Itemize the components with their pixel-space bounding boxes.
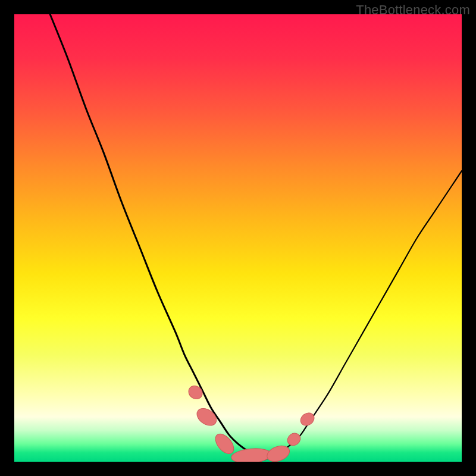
bottleneck-marker: [298, 411, 317, 428]
plot-area: [14, 14, 462, 462]
series-left-curve: [50, 14, 265, 459]
bottleneck-marker: [265, 443, 292, 462]
chart-frame: TheBottleneck.com: [0, 0, 476, 476]
bottleneck-marker: [186, 383, 205, 402]
curve-layer: [14, 14, 462, 462]
bottleneck-marker: [231, 447, 273, 462]
bottleneck-marker: [212, 431, 237, 457]
series-right-curve: [265, 171, 462, 459]
bottleneck-marker: [285, 431, 303, 448]
bottleneck-marker: [194, 405, 220, 429]
watermark-text: TheBottleneck.com: [356, 2, 470, 18]
